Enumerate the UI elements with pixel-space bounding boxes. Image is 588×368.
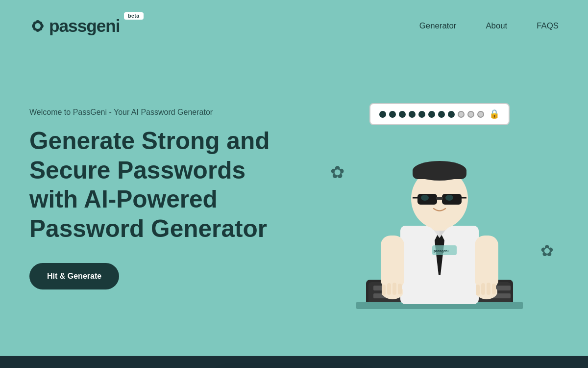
pw-dot-11 [477, 111, 484, 118]
svg-rect-44 [481, 283, 485, 295]
clover-right-icon: ✿ [540, 241, 554, 260]
hero-content: Welcome to PassGeni - Your AI Password G… [29, 108, 320, 289]
svg-rect-50 [413, 167, 466, 179]
hero-section: Welcome to PassGeni - Your AI Password G… [0, 52, 588, 356]
hero-illustration: 🔒 ✿ ✿ [320, 88, 559, 309]
svg-point-55 [445, 195, 453, 201]
character-illustration: passgeni [356, 118, 523, 309]
svg-rect-43 [476, 285, 480, 295]
svg-rect-41 [392, 283, 396, 295]
hero-title: Generate Strong and Secure Passwords wit… [29, 127, 294, 243]
hero-subtitle: Welcome to PassGeni - Your AI Password G… [29, 108, 320, 117]
svg-rect-53 [436, 197, 443, 200]
footer-bar: powered By: OpenAI [0, 356, 588, 368]
pw-dot-3 [399, 111, 406, 118]
svg-rect-46 [492, 284, 496, 294]
header: passgeni beta Generator About FAQS [0, 0, 588, 52]
svg-rect-42 [398, 284, 402, 294]
svg-rect-45 [487, 283, 490, 295]
svg-rect-39 [382, 285, 386, 295]
beta-badge: beta [124, 12, 143, 20]
pw-dot-4 [409, 111, 416, 118]
logo-text: passgeni [49, 16, 120, 36]
svg-rect-36 [475, 236, 498, 289]
cta-button[interactable]: Hit & Generate [29, 263, 119, 289]
password-bar: 🔒 [369, 103, 510, 125]
pw-dot-5 [418, 111, 425, 118]
lock-icon: 🔒 [489, 109, 500, 119]
svg-point-54 [421, 195, 429, 201]
logo-area: passgeni beta [29, 16, 120, 36]
pw-dot-6 [428, 111, 435, 118]
svg-text:passgeni: passgeni [434, 249, 448, 253]
nav-faqs[interactable]: FAQS [537, 21, 559, 31]
svg-point-8 [35, 23, 41, 29]
nav-about[interactable]: About [486, 21, 507, 31]
nav: Generator About FAQS [419, 21, 559, 31]
pw-dot-2 [389, 111, 396, 118]
nav-generator[interactable]: Generator [419, 21, 457, 31]
pw-dot-1 [379, 111, 386, 118]
clover-left-icon: ✿ [330, 162, 344, 182]
svg-rect-35 [381, 236, 404, 289]
logo-icon [29, 18, 46, 34]
pw-dot-7 [438, 111, 445, 118]
pw-dot-8 [448, 111, 455, 118]
pw-dot-10 [467, 111, 474, 118]
svg-rect-40 [387, 283, 391, 295]
pw-dot-9 [458, 111, 465, 118]
